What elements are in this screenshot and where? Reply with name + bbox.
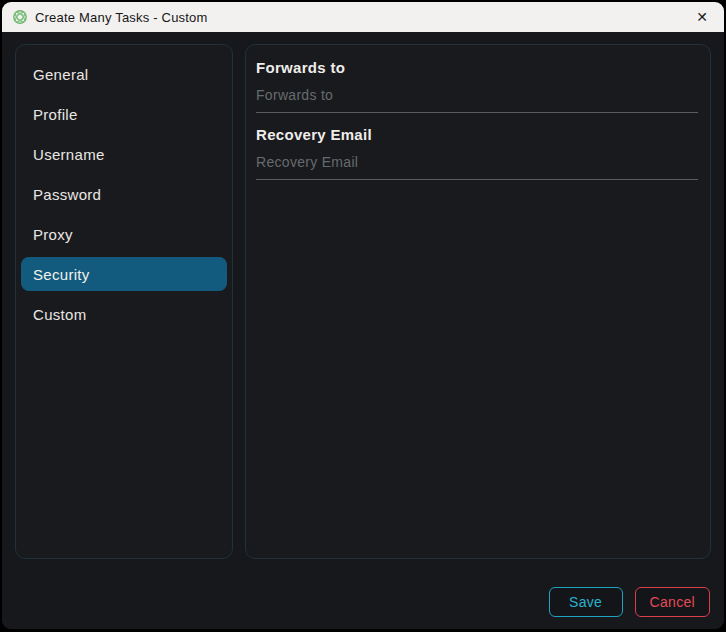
sidebar-item-general[interactable]: General — [21, 57, 227, 91]
app-icon — [12, 9, 28, 25]
cancel-button[interactable]: Cancel — [635, 587, 710, 617]
dialog-window: Create Many Tasks - Custom ✕ General Pro… — [2, 2, 724, 629]
sidebar-item-custom[interactable]: Custom — [21, 297, 227, 331]
window-title: Create Many Tasks - Custom — [35, 10, 208, 25]
forwards-to-label: Forwards to — [256, 59, 698, 76]
sidebar-item-profile[interactable]: Profile — [21, 97, 227, 131]
panels-area: General Profile Username Password Proxy … — [2, 32, 724, 559]
security-form-panel: Forwards to Recovery Email — [245, 44, 711, 559]
sidebar-item-proxy[interactable]: Proxy — [21, 217, 227, 251]
footer: Save Cancel — [2, 559, 724, 629]
sidebar-item-security[interactable]: Security — [21, 257, 227, 291]
save-button[interactable]: Save — [549, 587, 623, 617]
sidebar-item-username[interactable]: Username — [21, 137, 227, 171]
close-icon: ✕ — [696, 10, 708, 24]
dialog-content: General Profile Username Password Proxy … — [2, 32, 724, 629]
sidebar: General Profile Username Password Proxy … — [15, 44, 233, 559]
close-button[interactable]: ✕ — [686, 4, 718, 30]
title-bar: Create Many Tasks - Custom ✕ — [2, 2, 724, 32]
sidebar-item-password[interactable]: Password — [21, 177, 227, 211]
recovery-email-label: Recovery Email — [256, 126, 698, 143]
forwards-to-input[interactable] — [256, 76, 698, 113]
recovery-email-input[interactable] — [256, 143, 698, 180]
